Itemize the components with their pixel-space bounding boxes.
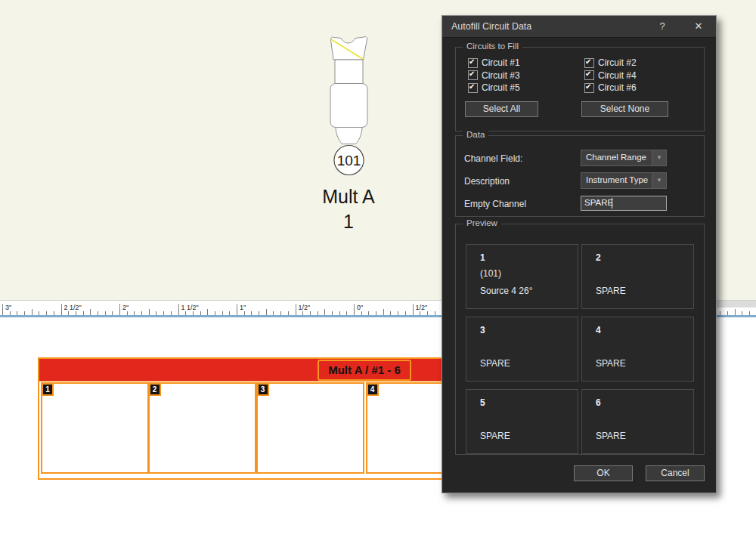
preview-box: 5 SPARE <box>466 389 578 454</box>
group-label: Data <box>463 130 488 139</box>
preview-description: Source 4 26° <box>480 286 533 296</box>
group-data: Data Channel Field: Channel Range ▼ Desc… <box>455 135 705 217</box>
fixture-yoke <box>331 36 367 60</box>
checkbox-label: Circuit #6 <box>598 82 637 93</box>
checkbox-icon: ✔ <box>584 83 594 93</box>
circuit-checkbox[interactable]: ✔ Circuit #3 <box>468 70 584 82</box>
fixture-label[interactable]: Mult A <box>302 186 395 207</box>
circuit-checkbox[interactable]: ✔ Circuit #1 <box>468 57 584 70</box>
description-dropdown[interactable]: Instrument Type ▼ <box>581 172 667 189</box>
preview-description: SPARE <box>480 431 510 441</box>
fixture-symbol[interactable]: 101 <box>325 32 374 178</box>
channel-field-dropdown[interactable]: Channel Range ▼ <box>581 150 667 166</box>
channel-field-label: Channel Field: <box>464 153 522 164</box>
ruler-tick <box>90 309 91 315</box>
group-circuits-to-fill: Circuits to Fill ✔ Circuit #1 ✔ Circuit … <box>455 47 705 131</box>
ruler-tick <box>324 309 325 315</box>
checkbox-icon: ✔ <box>584 70 594 80</box>
strip-header[interactable]: Mult A / #1 - 6 <box>39 359 460 382</box>
preview-box: 4 SPARE <box>581 317 694 382</box>
select-none-button[interactable]: Select None <box>581 101 668 117</box>
fixture-barrel <box>330 84 367 128</box>
ruler-tick <box>237 309 237 315</box>
checkbox-label: Circuit #1 <box>482 57 520 68</box>
preview-box: 6 SPARE <box>581 389 694 454</box>
ruler-tick <box>119 309 120 315</box>
circuit-checkbox-grid: ✔ Circuit #1 ✔ Circuit #2 ✔ Circuit #3 ✔… <box>468 57 701 94</box>
dialog-titlebar[interactable]: Autofill Circuit Data ? ✕ <box>442 16 716 38</box>
preview-description: SPARE <box>480 358 510 369</box>
preview-description: SPARE <box>596 431 626 441</box>
preview-number: 5 <box>480 397 485 408</box>
checkbox-icon: ✔ <box>468 58 478 68</box>
empty-channel-input[interactable]: SPARE <box>581 196 667 211</box>
circuit-checkbox[interactable]: ✔ Circuit #5 <box>468 82 584 94</box>
ruler-tick <box>413 309 414 315</box>
ruler-tick <box>61 309 62 315</box>
group-preview: Preview 1 (101) Source 4 26° 2 SPARE 3 S… <box>455 224 705 455</box>
circuit-checkbox[interactable]: ✔ Circuit #6 <box>584 82 701 94</box>
strip-cell[interactable]: 3 <box>256 382 364 474</box>
fixture-lens <box>336 128 362 144</box>
ok-button[interactable]: OK <box>574 465 633 481</box>
close-icon[interactable]: ✕ <box>692 20 705 33</box>
circuit-checkbox[interactable]: ✔ Circuit #4 <box>584 70 701 82</box>
select-all-button[interactable]: Select All <box>465 101 538 117</box>
checkbox-label: Circuit #2 <box>598 57 637 68</box>
ruler-tick <box>354 309 355 315</box>
checkbox-label: Circuit #3 <box>482 70 520 81</box>
cell-number-tag: 3 <box>257 383 269 396</box>
fixture-body <box>335 60 363 84</box>
strip-cell[interactable]: 1 <box>41 382 149 474</box>
page-root: 101 Mult A 1 3" 2 1/2" 2" 1 1/2" 1" 1/2"… <box>0 0 756 547</box>
checkbox-label: Circuit #5 <box>482 82 520 93</box>
help-button[interactable]: ? <box>655 20 669 33</box>
preview-number: 1 <box>480 252 485 263</box>
cell-number-tag: 1 <box>42 383 54 396</box>
checkbox-icon: ✔ <box>468 83 478 93</box>
dialog-title: Autofill Circuit Data <box>451 21 531 32</box>
ruler-tick <box>383 309 384 315</box>
cancel-button[interactable]: Cancel <box>646 465 705 481</box>
text-caret <box>612 198 612 209</box>
ruler-tick <box>2 309 3 315</box>
empty-channel-label: Empty Channel <box>464 199 526 209</box>
preview-number: 4 <box>596 325 601 335</box>
preview-description: SPARE <box>596 286 626 296</box>
preview-description: SPARE <box>596 358 626 369</box>
preview-box: 1 (101) Source 4 26° <box>466 244 578 309</box>
cell-number-tag: 2 <box>149 383 161 396</box>
checkbox-icon: ✔ <box>584 58 594 68</box>
chevron-down-icon[interactable]: ▼ <box>652 150 666 165</box>
input-value: SPARE <box>584 198 613 207</box>
ruler-tick <box>207 309 208 315</box>
ruler-label: 1 1/2" <box>178 304 199 314</box>
cell-number-tag: 4 <box>367 383 379 396</box>
preview-channel: (101) <box>480 268 501 279</box>
autofill-circuit-data-dialog: Autofill Circuit Data ? ✕ Circuits to Fi… <box>442 15 717 493</box>
dropdown-value: Channel Range <box>586 153 646 162</box>
strip-cell[interactable]: 2 <box>148 382 256 474</box>
ruler-tick <box>149 309 150 315</box>
ruler-label: 2 1/2" <box>61 304 82 314</box>
preview-number: 3 <box>480 325 485 335</box>
strip-title[interactable]: Mult A / #1 - 6 <box>318 360 411 381</box>
preview-number: 6 <box>596 397 601 408</box>
fixture-unit-number[interactable]: 1 <box>302 211 395 232</box>
chevron-down-icon[interactable]: ▼ <box>652 173 666 188</box>
dropdown-value: Instrument Type <box>586 175 648 184</box>
ruler-tick <box>32 309 33 315</box>
description-label: Description <box>464 176 510 187</box>
preview-number: 2 <box>596 252 601 263</box>
ruler-tick <box>266 309 267 315</box>
circuit-checkbox[interactable]: ✔ Circuit #2 <box>584 57 701 70</box>
ruler-tick <box>296 309 296 315</box>
ruler-overflow-area <box>711 301 756 307</box>
checkbox-label: Circuit #4 <box>598 70 637 81</box>
ruler-tick <box>735 309 736 315</box>
group-label: Circuits to Fill <box>463 42 522 51</box>
group-label: Preview <box>463 218 501 227</box>
checkbox-icon: ✔ <box>468 70 478 80</box>
label-strip[interactable]: Mult A / #1 - 6 1 2 3 4 <box>38 357 464 480</box>
ruler-tick <box>178 309 179 315</box>
